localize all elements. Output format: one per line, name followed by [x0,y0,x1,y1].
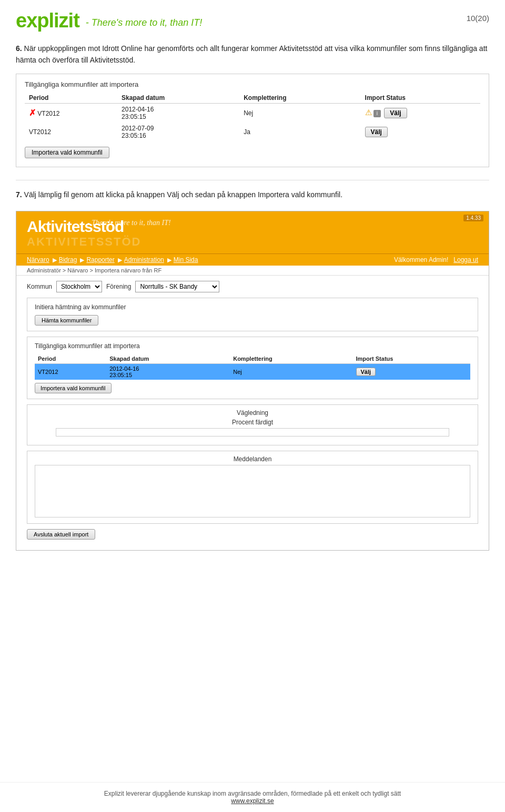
forening-select[interactable]: Norrtulls - SK Bandy [135,281,219,292]
app-version: 1.4.33 [463,215,483,221]
page-number: 10(20) [467,14,489,23]
valj-button-row1[interactable]: Välj [384,108,407,118]
app-logo-tagline: - There's more to it, than IT! [87,219,171,227]
warning-icon: ⚠ [365,108,372,117]
meddelanden-label: Meddelanden [35,455,470,463]
inner-komplettering: Nej [230,364,352,380]
red-x-icon: ✗ [29,108,36,117]
footer-text2: www.explizit.se [7,797,498,805]
table-header-row: Period Skapad datum Komplettering Import… [25,93,480,104]
importera-button-small[interactable]: Importera vald kommunfil [25,147,109,158]
section-6-text: 6. När uppkopplingen mot Idrott Online h… [16,43,489,66]
valj-button-row2[interactable]: Välj [365,127,388,137]
page-footer: Explizit levererar djupgående kunskap in… [0,782,505,812]
meddelanden-section: Meddelanden [27,451,478,524]
app-content: Kommun Stockholm Förening Norrtulls - SK… [16,276,489,550]
breadcrumb: Administratör > Närvaro > Importera närv… [16,266,489,276]
kommune-row: Kommun Stockholm Förening Norrtulls - SK… [27,281,478,292]
progress-bar-container [56,428,449,437]
table-row: ✗ VT2012 2012-04-1623:05:15 Nej ⚠ i Välj [25,103,480,123]
nav-item-rapporter[interactable]: Rapporter [86,256,114,263]
app-navbar: Närvaro ▶ Bidrag ▶ Rapporter ▶ Administr… [16,253,489,266]
page-header: explizit - There's more to it, than IT! … [0,0,505,37]
small-table: Period Skapad datum Komplettering Import… [25,93,480,141]
hamta-title: Initiera hämtning av kommunfiler [35,303,470,311]
logout-link[interactable]: Logga ut [453,256,478,263]
nav-item-narvaro[interactable]: Närvaro [27,256,49,263]
nav-links: Närvaro ▶ Bidrag ▶ Rapporter ▶ Administr… [27,256,199,263]
vagledning-section: Vägledning Procent färdigt [27,404,478,445]
section-7-text: 7. Välj lämplig fil genom att klicka på … [16,189,489,200]
col-komplettering: Komplettering [239,93,360,104]
importera-button[interactable]: Importera vald kommunfil [35,383,112,393]
inner-col-skapad: Skapad datum [106,354,230,364]
footer-text1: Explizit levererar djupgående kunskap in… [7,790,498,797]
nav-item-administration[interactable]: Administration [124,256,164,263]
watermark: Aktivitetsstöd [27,235,141,249]
kommune-select[interactable]: Stockholm [56,281,102,292]
nav-item-minsida[interactable]: Min Sida [174,256,198,263]
col-period: Period [25,93,117,104]
inner-date: 2012-04-1623:05:15 [106,364,230,380]
inner-valj-button[interactable]: Välj [356,368,376,376]
inner-table: Period Skapad datum Komplettering Import… [35,354,470,380]
inner-col-period: Period [35,354,106,364]
forening-label: Förening [106,283,131,290]
col-skapad: Skapad datum [117,93,239,104]
inner-table-header: Period Skapad datum Komplettering Import… [35,354,470,364]
inner-col-importstatus: Import Status [353,354,471,364]
progress-label: Procent färdigt [35,419,470,426]
app-screenshot: 1.4.33 Aktivitetsstöd - There's more to … [16,211,489,551]
kommune-label: Kommun [27,283,52,290]
section-divider [16,180,489,180]
logo-area: explizit - There's more to it, than IT! [16,9,202,32]
logo-tagline: - There's more to it, than IT! [86,17,203,28]
info-icon: i [373,110,381,117]
meddelanden-textarea[interactable] [35,465,470,517]
col-importstatus: Import Status [361,93,480,104]
hamta-box: Initiera hämtning av kommunfiler Hämta k… [27,298,478,331]
inner-period: VT2012 [35,364,106,380]
table-row: VT2012 2012-04-1623:05:15 Nej Välj [35,364,470,380]
small-screenshot: Tillgängliga kommunfiler att importera P… [16,74,489,167]
vagledning-label: Vägledning [35,409,470,417]
section-7-number: 7. [16,190,22,199]
section-6: 6. När uppkopplingen mot Idrott Online h… [0,37,505,66]
logo: explizit [16,9,79,32]
welcome-text: Välkommen Admin! [394,256,448,263]
section-6-number: 6. [16,44,22,53]
tillgangliga-box: Tillgängliga kommunfiler att importera P… [27,337,478,399]
nav-right: Välkommen Admin! Logga ut [394,256,478,263]
inner-status: Välj [353,364,471,380]
small-table-title: Tillgängliga kommunfiler att importera [25,80,480,88]
app-header: 1.4.33 Aktivitetsstöd - There's more to … [16,211,489,253]
inner-col-komplettering: Komplettering [230,354,352,364]
tillgangliga-title: Tillgängliga kommunfiler att importera [35,342,470,350]
nav-item-bidrag[interactable]: Bidrag [59,256,77,263]
avsluta-button[interactable]: Avsluta aktuell import [27,529,95,540]
table-row: VT2012 2012-07-0923:05:16 Ja Välj [25,123,480,141]
hamta-button[interactable]: Hämta kommunfiler [35,315,98,326]
footer-link[interactable]: www.explizit.se [231,797,274,805]
